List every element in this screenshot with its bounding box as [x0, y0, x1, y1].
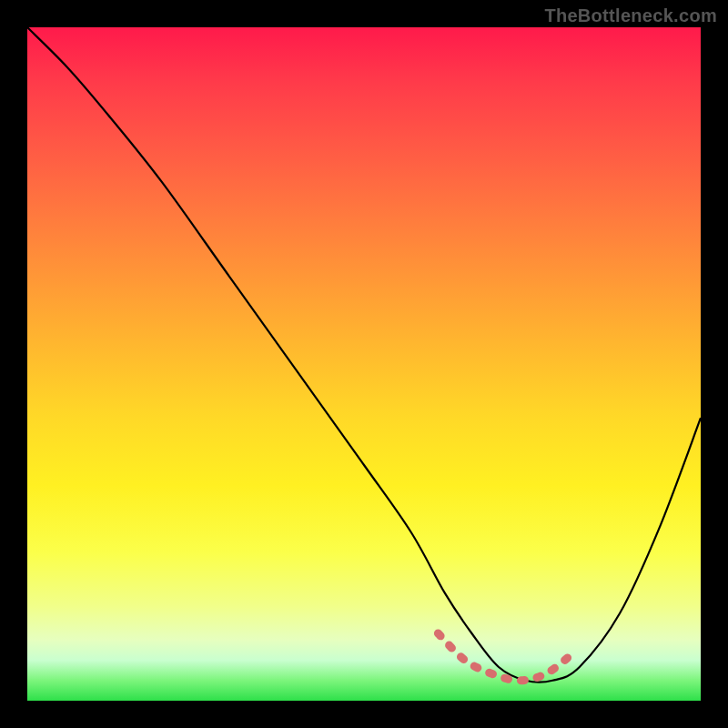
watermark-text: TheBottleneck.com [544, 5, 717, 26]
chart-stage: TheBottleneck.com [0, 0, 728, 728]
plot-area [27, 27, 701, 701]
